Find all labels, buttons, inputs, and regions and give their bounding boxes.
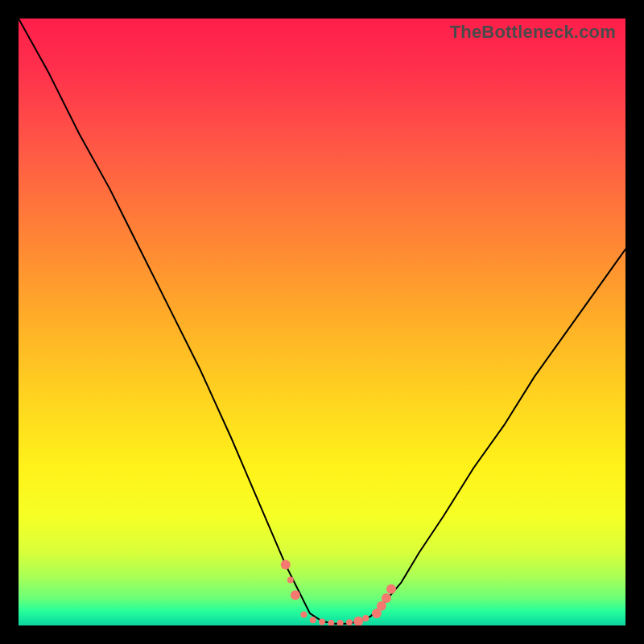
- svg-point-8: [346, 619, 353, 625]
- svg-point-14: [386, 584, 396, 594]
- svg-point-10: [362, 615, 369, 621]
- bottleneck-curve: [19, 19, 625, 624]
- svg-point-7: [337, 620, 344, 625]
- svg-point-1: [287, 576, 294, 583]
- svg-point-13: [382, 593, 391, 603]
- svg-point-5: [319, 618, 325, 625]
- chart-overlay: [19, 19, 625, 625]
- sample-points: [281, 560, 396, 625]
- svg-point-2: [291, 590, 300, 600]
- chart-frame: TheBottleneck.com: [0, 0, 644, 644]
- plot-area: TheBottleneck.com: [19, 19, 625, 625]
- svg-point-0: [281, 560, 291, 570]
- svg-point-6: [328, 620, 334, 625]
- svg-point-3: [300, 611, 307, 617]
- svg-point-9: [353, 617, 363, 625]
- svg-point-4: [310, 617, 316, 623]
